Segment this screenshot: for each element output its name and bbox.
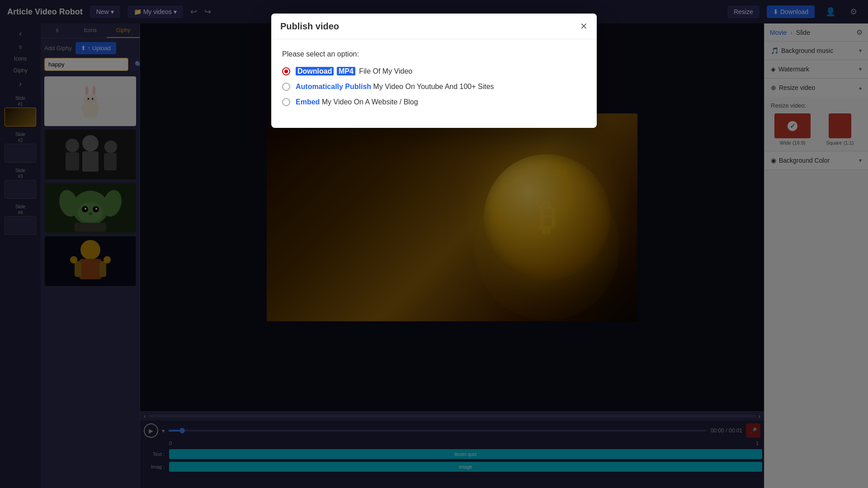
modal-option-embed[interactable]: Embed My Video On A Website / Blog [282, 98, 586, 106]
modal-title: Publish video [280, 21, 339, 32]
auto-publish-bold: Automatically Publish [296, 83, 371, 90]
radio-embed[interactable] [282, 98, 290, 106]
modal-overlay: Publish video ✕ Please select an option:… [0, 0, 868, 488]
modal-option-text-auto-publish: Automatically Publish My Video On Youtub… [296, 83, 494, 91]
download-highlight: Download [296, 67, 334, 75]
modal-header: Publish video ✕ [271, 14, 597, 39]
embed-bold: Embed [296, 98, 320, 106]
radio-auto-publish[interactable] [282, 83, 290, 91]
modal-option-auto-publish[interactable]: Automatically Publish My Video On Youtub… [282, 83, 586, 91]
mp4-highlight: MP4 [337, 67, 355, 75]
modal-prompt: Please select an option: [282, 50, 586, 58]
modal-option-download[interactable]: Download MP4 File Of My Video [282, 67, 586, 75]
modal-body: Please select an option: Download MP4 Fi… [271, 39, 597, 128]
publish-video-modal: Publish video ✕ Please select an option:… [271, 14, 597, 128]
modal-close-button[interactable]: ✕ [580, 21, 588, 32]
modal-option-text-embed: Embed My Video On A Website / Blog [296, 98, 418, 106]
radio-download[interactable] [282, 67, 290, 75]
modal-option-text-download: Download MP4 File Of My Video [296, 67, 412, 75]
